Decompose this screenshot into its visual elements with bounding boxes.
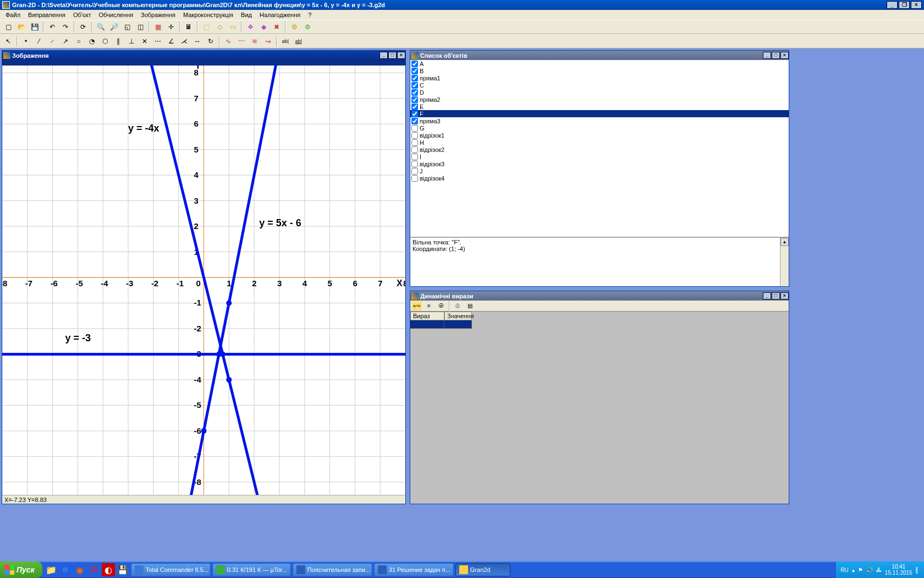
- zoom-rect-icon[interactable]: ◫: [134, 21, 146, 33]
- close-button[interactable]: ×: [911, 1, 922, 9]
- dynamic-table[interactable]: Вираз Значення: [410, 312, 789, 329]
- scroll-up-icon[interactable]: ▲: [780, 238, 789, 246]
- list-item[interactable]: F: [410, 110, 789, 117]
- expr-e-icon[interactable]: ▤: [464, 301, 475, 311]
- list-item[interactable]: пряма1: [410, 74, 789, 81]
- segment-icon[interactable]: ⟋: [46, 35, 58, 47]
- task-button[interactable]: Пояснительная запи...: [293, 563, 372, 576]
- line-icon[interactable]: ∕: [33, 35, 45, 47]
- objects-titlebar[interactable]: Список об'єктів _ □ ×: [410, 51, 789, 60]
- intersect-icon[interactable]: ✕: [139, 35, 151, 47]
- show-desktop-icon[interactable]: ▌: [916, 567, 920, 573]
- rotate-icon[interactable]: ↻: [205, 35, 217, 47]
- point-icon[interactable]: •: [20, 35, 32, 47]
- item-checkbox[interactable]: [411, 161, 418, 167]
- curve1-icon[interactable]: ∿: [222, 35, 234, 47]
- gear-icon[interactable]: ⚙: [288, 21, 300, 33]
- graph-canvas[interactable]: -8-7-6-5-4-3-2-112345678-8-7-6-5-4-3-2-1…: [2, 60, 405, 495]
- tray-net-icon[interactable]: 🖧: [876, 567, 882, 573]
- bisector-icon[interactable]: ⋌: [178, 35, 190, 47]
- item-checkbox[interactable]: [411, 89, 418, 96]
- objects-close-button[interactable]: ×: [780, 52, 789, 59]
- list-item[interactable]: відрізок2: [410, 146, 789, 153]
- list-item[interactable]: пряма2: [410, 96, 789, 103]
- col-value[interactable]: Значення: [444, 312, 472, 320]
- expr-d-icon[interactable]: ⦾: [452, 301, 463, 311]
- table-row[interactable]: [410, 320, 789, 329]
- vector-icon[interactable]: ↝: [262, 35, 274, 47]
- redo-icon[interactable]: ↷: [59, 21, 72, 33]
- menu-обчислення[interactable]: Обчислення: [96, 10, 137, 19]
- item-checkbox[interactable]: [411, 75, 418, 81]
- perpendicular-icon[interactable]: ⊥: [125, 35, 138, 47]
- col-expression[interactable]: Вираз: [410, 312, 444, 320]
- firefox-icon[interactable]: ◉: [73, 563, 86, 576]
- task-button[interactable]: Total Commander 8.5...: [131, 563, 211, 576]
- object-list[interactable]: ABпряма1CDпряма2EFпряма3Gвідрізок1Hвідрі…: [410, 60, 789, 237]
- app-icon[interactable]: ◐: [102, 563, 115, 576]
- info-scrollbar[interactable]: ▲: [780, 238, 789, 286]
- polygon-icon[interactable]: ⬡: [99, 35, 111, 47]
- tray-flag-icon[interactable]: ⚑: [858, 567, 863, 573]
- start-button[interactable]: Пуск: [0, 561, 42, 578]
- tool-d-icon[interactable]: ❖: [244, 21, 256, 33]
- list-item[interactable]: відрізок3: [410, 160, 789, 167]
- item-checkbox[interactable]: [411, 118, 418, 124]
- menu-зображення[interactable]: Зображення: [138, 10, 179, 19]
- expr-add-icon[interactable]: a+b: [411, 301, 422, 311]
- ie-icon[interactable]: e: [59, 563, 72, 576]
- list-item[interactable]: пряма3: [410, 117, 789, 124]
- item-checkbox[interactable]: [411, 132, 418, 139]
- label-icon[interactable]: ab|: [293, 35, 305, 47]
- system-tray[interactable]: RU ▴ ⚑ 🔊 🖧 10:41 15.11.2015 ▌: [836, 561, 924, 578]
- task-button[interactable]: 31 Решение задач п...: [374, 563, 454, 576]
- list-item[interactable]: відрізок4: [410, 175, 789, 182]
- item-checkbox[interactable]: [411, 61, 418, 67]
- dynamic-min-button[interactable]: _: [763, 292, 771, 299]
- item-checkbox[interactable]: [411, 103, 418, 110]
- list-item[interactable]: C: [410, 81, 789, 89]
- curve3-icon[interactable]: ≋: [249, 35, 261, 47]
- menu-вид[interactable]: Вид: [238, 10, 255, 19]
- graph-titlebar[interactable]: Зображення _ □ ×: [2, 51, 405, 60]
- refresh-icon[interactable]: ⟳: [77, 21, 89, 33]
- graph-min-button[interactable]: _: [380, 52, 388, 59]
- graph-close-button[interactable]: ×: [397, 52, 405, 59]
- list-item[interactable]: B: [410, 67, 789, 74]
- item-checkbox[interactable]: [411, 125, 418, 132]
- menu-виправлення[interactable]: Виправлення: [25, 10, 69, 19]
- opera-icon[interactable]: O: [87, 563, 101, 576]
- dynamic-titlebar[interactable]: Динамічні вирази _ □ ×: [410, 291, 789, 301]
- item-checkbox[interactable]: [411, 175, 418, 182]
- list-item[interactable]: A: [410, 60, 789, 67]
- clock[interactable]: 10:41 15.11.2015: [885, 564, 912, 576]
- item-checkbox[interactable]: [411, 146, 418, 153]
- expr-b-icon[interactable]: ≡: [424, 301, 435, 311]
- menu-налагодження[interactable]: Налагодження: [256, 10, 304, 19]
- list-item[interactable]: G: [410, 124, 789, 132]
- menu-файл[interactable]: Файл: [2, 10, 24, 19]
- calculator-icon[interactable]: 🖩: [183, 21, 195, 33]
- text-icon[interactable]: ab|: [279, 35, 292, 47]
- tool-c-icon[interactable]: ▭: [227, 21, 239, 33]
- item-checkbox[interactable]: [411, 168, 418, 175]
- axes-icon[interactable]: ✛: [165, 21, 177, 33]
- expr-c-icon[interactable]: ⦿: [436, 301, 447, 311]
- item-checkbox[interactable]: [411, 139, 418, 146]
- curve2-icon[interactable]: 〰: [235, 35, 248, 47]
- menu-об'єкт[interactable]: Об'єкт: [70, 10, 95, 19]
- zoom-fit-icon[interactable]: ◱: [121, 21, 133, 33]
- undo-icon[interactable]: ↶: [46, 21, 58, 33]
- item-checkbox[interactable]: [411, 96, 418, 103]
- menu-макроконструкція[interactable]: Макроконструкція: [180, 10, 237, 19]
- language-indicator[interactable]: RU: [840, 567, 848, 573]
- objects-max-button[interactable]: □: [772, 52, 780, 59]
- list-item[interactable]: E: [410, 103, 789, 110]
- task-button[interactable]: Gran2d: [455, 563, 510, 576]
- angle-icon[interactable]: ∠: [165, 35, 177, 47]
- ray-icon[interactable]: ↗: [59, 35, 72, 47]
- minimize-button[interactable]: _: [887, 1, 898, 9]
- reflect-icon[interactable]: ↔: [191, 35, 204, 47]
- tray-sound-icon[interactable]: 🔊: [866, 567, 873, 573]
- gear2-icon[interactable]: ⚙: [301, 21, 314, 33]
